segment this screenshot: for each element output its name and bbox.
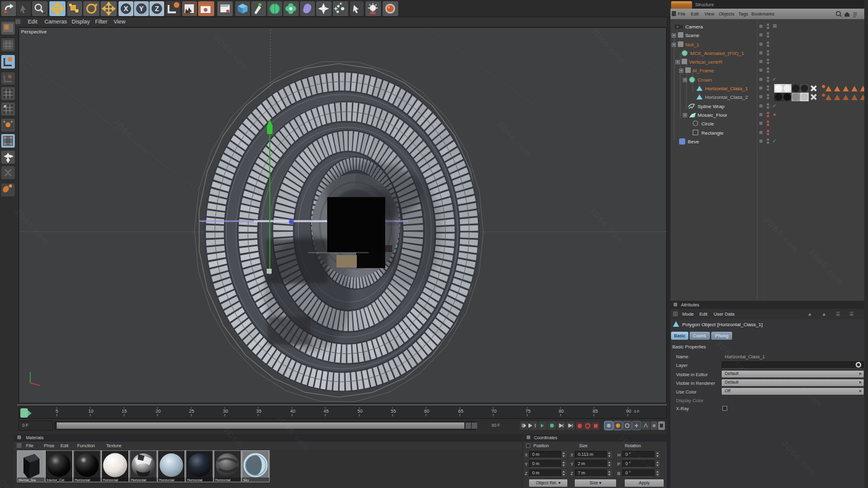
svg-text:X: X: [123, 5, 128, 12]
svg-text:Horizontal: Horizontal: [215, 478, 231, 482]
svg-text:Z: Z: [155, 5, 159, 12]
svg-text:Metrial_Sta: Metrial_Sta: [19, 478, 36, 482]
svg-text:Horizontal: Horizontal: [159, 478, 175, 482]
svg-text:Horizontal: Horizontal: [103, 478, 119, 482]
svg-text:Y: Y: [139, 5, 144, 12]
svg-text:Horizontal: Horizontal: [131, 478, 146, 482]
svg-text:Horizontal: Horizontal: [75, 478, 90, 482]
svg-text:Interior_Col: Interior_Col: [47, 478, 64, 482]
svg-text:Horizontal: Horizontal: [187, 478, 202, 482]
svg-text:Sky: Sky: [243, 478, 249, 482]
